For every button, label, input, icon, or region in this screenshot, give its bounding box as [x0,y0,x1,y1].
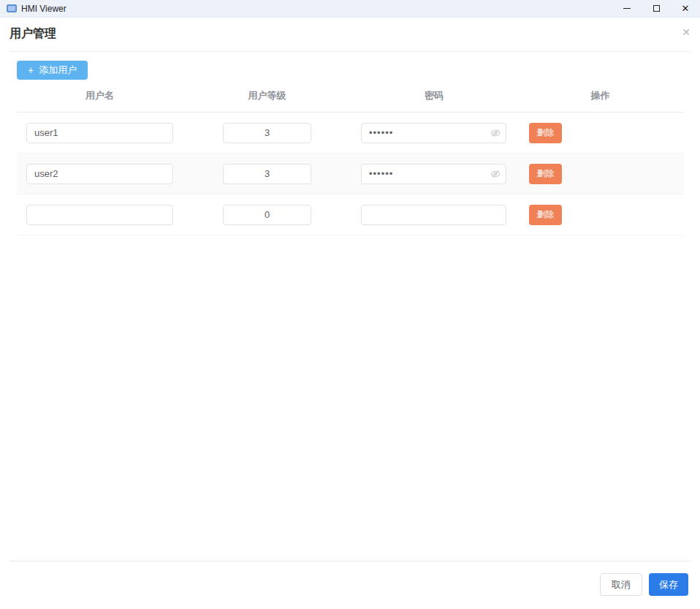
level-cell [183,205,351,225]
eye-off-icon[interactable] [490,169,501,179]
table-header-row: 用户名 用户等级 密码 操作 [17,80,684,113]
actions-cell: 删除 [517,123,684,143]
password-input[interactable] [361,205,506,225]
password-input[interactable] [361,164,506,184]
delete-button[interactable]: 删除 [529,164,562,184]
header-username: 用户名 [17,89,183,102]
level-cell [183,164,351,184]
username-cell [17,164,183,184]
close-window-icon: ✕ [682,4,690,13]
eye-off-icon[interactable] [490,128,501,138]
dialog-footer: 取消 保存 [0,561,700,609]
username-cell [17,123,183,143]
app-icon [7,4,17,12]
minimize-button[interactable] [612,0,642,17]
close-window-button[interactable]: ✕ [671,0,700,17]
cancel-button[interactable]: 取消 [600,573,642,596]
minimize-icon [623,8,631,9]
actions-cell: 删除 [517,205,684,225]
level-input[interactable] [223,164,311,184]
footer-buttons: 取消 保存 [0,561,700,596]
username-cell [17,205,183,225]
maximize-icon [653,5,660,12]
delete-button[interactable]: 删除 [529,123,562,143]
table-row: 删除 [17,113,684,154]
header-level: 用户等级 [183,89,351,102]
delete-button[interactable]: 删除 [529,205,562,225]
header-password: 密码 [351,89,517,102]
level-input[interactable] [223,205,311,225]
table-body: 删除 删除 [17,113,684,235]
level-cell [183,123,351,143]
username-input[interactable] [26,164,173,184]
table-row: 删除 [17,194,684,235]
dialog-close-icon[interactable]: ✕ [682,26,691,38]
username-input[interactable] [26,123,173,143]
dialog-header: 用户管理 ✕ [9,18,691,52]
save-button[interactable]: 保存 [649,573,688,596]
password-wrap [361,123,506,143]
page-title: 用户管理 [9,26,56,42]
password-wrap [361,205,506,225]
username-input[interactable] [26,205,173,225]
window-titlebar: HMI Viewer ✕ [0,0,700,18]
toolbar: + 添加用户 [17,61,700,80]
password-cell [351,205,517,225]
window-title: HMI Viewer [21,4,66,14]
level-input[interactable] [223,123,311,143]
password-cell [351,123,517,143]
password-input[interactable] [361,123,506,143]
password-wrap [361,164,506,184]
actions-cell: 删除 [517,164,684,184]
maximize-button[interactable] [642,0,671,17]
add-user-button[interactable]: + 添加用户 [17,61,88,80]
plus-icon: + [28,65,34,75]
add-user-label: 添加用户 [39,64,77,77]
header-actions: 操作 [517,89,684,102]
password-cell [351,164,517,184]
user-table: 用户名 用户等级 密码 操作 删除 [17,80,684,235]
table-row: 删除 [17,154,684,194]
window-controls: ✕ [612,0,700,17]
